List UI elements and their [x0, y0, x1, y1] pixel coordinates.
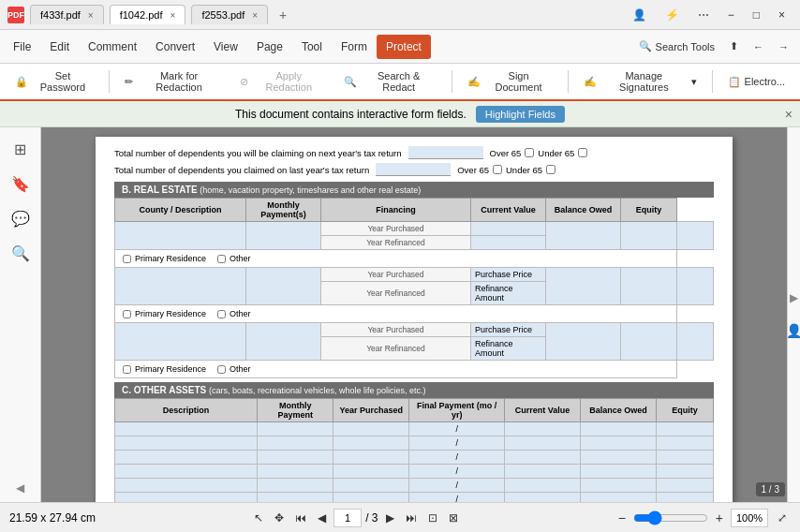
under65-checkbox-1[interactable] — [578, 148, 587, 157]
sidebar-collapse-arrow[interactable]: ◀ — [16, 481, 24, 495]
monthly-payment-cell-1[interactable] — [246, 222, 321, 250]
other-checkbox-1[interactable] — [217, 255, 226, 263]
window-controls: 👤 ⚡ ⋯ − □ × — [625, 5, 793, 25]
last-page-button[interactable]: ⏭ — [402, 510, 421, 526]
right-expand-arrow[interactable]: ▶ — [790, 291, 798, 304]
set-password-button[interactable]: 🔒 Set Password — [7, 66, 101, 96]
electronic-button[interactable]: 📋 Electro... — [720, 72, 793, 92]
tab-close-icon[interactable]: × — [170, 10, 176, 21]
menu-convert[interactable]: Convert — [146, 35, 204, 59]
current-value-cell-3[interactable] — [546, 323, 621, 361]
sidebar-comments-icon[interactable]: 💬 — [6, 204, 36, 233]
add-tab-button[interactable]: + — [274, 7, 292, 22]
monthly-payment-cell-2[interactable] — [246, 268, 321, 305]
menu-tool[interactable]: Tool — [292, 35, 332, 59]
extra-button[interactable]: ⚡ — [658, 5, 687, 25]
first-page-button[interactable]: ⏮ — [291, 510, 310, 526]
col-monthly-payment: Monthly Payment — [258, 399, 333, 422]
purchase-price-cell-1[interactable] — [471, 222, 546, 236]
sidebar-bookmarks-icon[interactable]: 🔖 — [6, 170, 36, 199]
prev-page-button[interactable]: ◀ — [314, 510, 330, 526]
highlight-fields-button[interactable]: Highlight Fields — [476, 106, 565, 123]
county-cell-1[interactable] — [115, 222, 246, 250]
sidebar-search-icon[interactable]: 🔍 — [6, 239, 36, 268]
select-tool-button[interactable]: ✥ — [271, 510, 288, 526]
county-cell-2[interactable] — [115, 268, 246, 305]
menu-page[interactable]: Page — [247, 35, 292, 59]
over65-checkbox-1[interactable] — [525, 148, 534, 157]
tab-close-icon[interactable]: × — [252, 10, 258, 21]
primary-residence-checkbox-1[interactable] — [123, 255, 131, 263]
balance-owed-cell-3[interactable] — [621, 323, 677, 361]
table-row: Year Purchased Purchase Price — [115, 323, 714, 337]
current-value-cell-2[interactable] — [546, 268, 621, 305]
tab-f1042[interactable]: f1042.pdf × — [110, 5, 186, 24]
fit-width-button[interactable]: ⊡ — [424, 510, 441, 526]
search-tools-button[interactable]: 🔍 Search Tools — [631, 37, 722, 56]
zoom-in-button[interactable]: + — [714, 509, 725, 527]
over65-label-1: Over 65 — [490, 148, 522, 158]
share-button[interactable]: ⬆ — [722, 37, 746, 56]
equity-cell-1[interactable] — [677, 222, 714, 250]
other-checkbox-3[interactable] — [217, 365, 226, 374]
menu-protect[interactable]: Protect — [377, 35, 431, 59]
fullscreen-button[interactable]: ⤢ — [774, 510, 791, 526]
equity-cell-2[interactable] — [677, 268, 714, 305]
page-number-input[interactable] — [333, 509, 362, 527]
next-page-button[interactable]: ▶ — [382, 510, 398, 526]
mark-for-redaction-button[interactable]: ✏ Mark for Redaction — [117, 66, 229, 96]
balance-owed-cell-1[interactable] — [621, 222, 677, 250]
purchase-price-cell-2[interactable]: Purchase Price — [471, 268, 546, 282]
dependents-last-year-input[interactable] — [376, 163, 451, 176]
col-equity-c: Equity — [657, 399, 714, 422]
dependents-next-year-input[interactable] — [408, 146, 483, 159]
sign-icon: ✍ — [467, 76, 481, 88]
table-row: / — [115, 493, 714, 503]
other-checkbox-2[interactable] — [217, 310, 226, 318]
current-value-cell-1[interactable] — [546, 222, 621, 250]
forward-button[interactable]: → — [771, 37, 796, 56]
apply-redaction-button[interactable]: ⊘ Apply Redaction — [232, 66, 333, 96]
title-bar: PDF f433f.pdf × f1042.pdf × f2553.pdf × … — [0, 0, 800, 30]
tab-f433f[interactable]: f433f.pdf × — [30, 5, 104, 24]
refinance-amount-cell-2[interactable]: Refinance Amount — [471, 282, 546, 305]
manage-signatures-button[interactable]: ✍ Manage Signatures ▾ — [576, 66, 704, 96]
notification-close-button[interactable]: × — [785, 107, 793, 122]
sign-document-button[interactable]: ✍ Sign Document — [460, 66, 560, 96]
more-button[interactable]: ⋯ — [690, 5, 717, 25]
county-cell-3[interactable] — [115, 323, 246, 361]
refinance-amount-cell-3[interactable]: Refinance Amount — [471, 337, 546, 361]
purchase-price-cell-3[interactable]: Purchase Price — [471, 323, 546, 337]
over65-checkbox-2[interactable] — [493, 165, 502, 174]
table-row: Primary Residence Other — [115, 250, 714, 268]
tab-close-icon[interactable]: × — [88, 10, 94, 21]
fit-page-button[interactable]: ⊠ — [445, 510, 462, 526]
zoom-level-input[interactable] — [731, 509, 768, 527]
menu-form[interactable]: Form — [332, 35, 377, 59]
back-button[interactable]: ← — [746, 37, 771, 56]
refinance-amount-cell-1[interactable] — [471, 236, 546, 250]
zoom-slider[interactable] — [633, 510, 708, 525]
search-redact-button[interactable]: 🔍 Search & Redact — [336, 66, 444, 96]
balance-owed-cell-2[interactable] — [621, 268, 677, 305]
avatar-button[interactable]: 👤 — [625, 5, 654, 25]
sidebar-pages-icon[interactable]: ⊞ — [8, 135, 32, 164]
cursor-tool-button[interactable]: ↖ — [250, 510, 267, 526]
tab-f2553[interactable]: f2553.pdf × — [191, 5, 268, 24]
menu-comment[interactable]: Comment — [79, 35, 146, 59]
minimize-button[interactable]: − — [720, 5, 742, 25]
primary-residence-checkbox-3[interactable] — [123, 365, 131, 374]
toolbar-separator-4 — [712, 70, 713, 93]
primary-residence-checkbox-2[interactable] — [123, 310, 131, 318]
equity-cell-3[interactable] — [677, 323, 714, 361]
electronic-label: Electro... — [745, 76, 785, 87]
menu-view[interactable]: View — [204, 35, 247, 59]
close-button[interactable]: × — [771, 5, 793, 25]
right-sidebar-avatar[interactable]: 👤 — [786, 323, 800, 338]
menu-edit[interactable]: Edit — [40, 35, 79, 59]
under65-checkbox-2[interactable] — [546, 165, 556, 174]
menu-file[interactable]: File — [4, 35, 40, 59]
zoom-out-button[interactable]: − — [616, 509, 628, 527]
maximize-button[interactable]: □ — [746, 5, 767, 25]
monthly-payment-cell-3[interactable] — [246, 323, 321, 361]
